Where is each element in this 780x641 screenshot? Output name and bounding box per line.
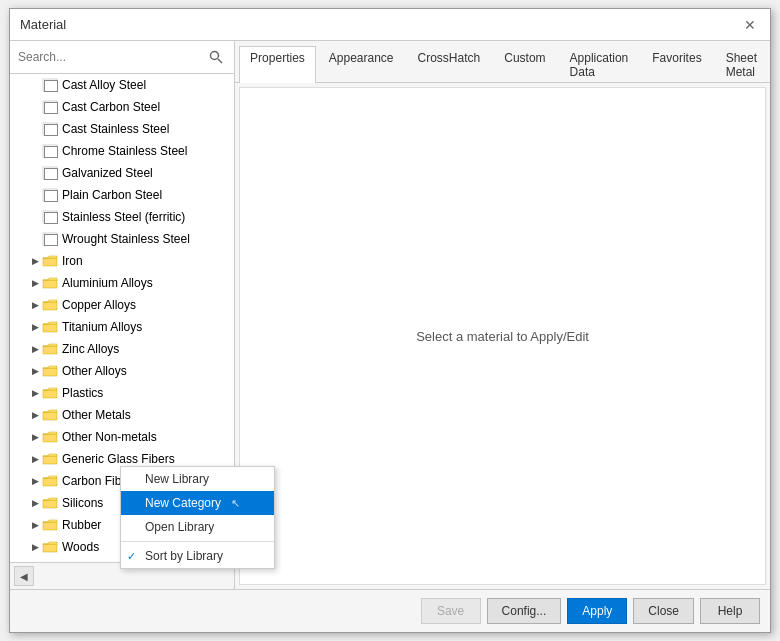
- search-icon: [206, 47, 226, 67]
- tree-item-label: Stainless Steel (ferritic): [62, 210, 185, 224]
- material-icon: [42, 210, 58, 224]
- tree-item-label: Galvanized Steel: [62, 166, 153, 180]
- expand-arrow-rubber: ▶: [28, 518, 42, 532]
- folder-icon: [42, 320, 58, 334]
- bottom-bar: Save Config... Apply Close Help: [10, 589, 770, 632]
- folder-icon: [42, 452, 58, 466]
- tree-item-plastics[interactable]: ▶ Plastics: [10, 382, 234, 404]
- tree-item-label: Cast Stainless Steel: [62, 122, 169, 136]
- tree-item-aluminium[interactable]: ▶ Aluminium Alloys: [10, 272, 234, 294]
- left-panel: Cast Alloy Steel Cast Carbon Steel: [10, 41, 235, 589]
- right-panel: Properties Appearance CrossHatch Custom …: [235, 41, 770, 589]
- tree-item-plain-carbon[interactable]: Plain Carbon Steel: [10, 184, 234, 206]
- apply-button[interactable]: Apply: [567, 598, 627, 624]
- tree-item-other-metals[interactable]: ▶ Other Metals: [10, 404, 234, 426]
- svg-rect-38: [43, 211, 57, 223]
- tree-item-label: Aluminium Alloys: [62, 276, 153, 290]
- search-bar: [10, 41, 234, 74]
- folder-icon: [42, 430, 58, 444]
- config-button[interactable]: Config...: [487, 598, 562, 624]
- svg-rect-44: [43, 233, 57, 245]
- expand-arrow-zinc: ▶: [28, 342, 42, 356]
- expand-arrow-titanium: ▶: [28, 320, 42, 334]
- close-button[interactable]: Close: [633, 598, 694, 624]
- folder-icon: [42, 276, 58, 290]
- tree-item-wrought[interactable]: Wrought Stainless Steel: [10, 228, 234, 250]
- sort-by-library-label: Sort by Library: [145, 549, 223, 563]
- save-button[interactable]: Save: [421, 598, 481, 624]
- tree-item-zinc[interactable]: ▶ Zinc Alloys: [10, 338, 234, 360]
- tree-item-label: Plastics: [62, 386, 103, 400]
- tree-item-copper[interactable]: ▶ Copper Alloys: [10, 294, 234, 316]
- context-menu-new-category[interactable]: New Category ↖: [121, 491, 274, 515]
- tree-item-other-nonmetals[interactable]: ▶ Other Non-metals: [10, 426, 234, 448]
- svg-line-1: [218, 59, 222, 63]
- svg-rect-8: [43, 101, 57, 113]
- tab-sheet-metal[interactable]: Sheet Metal: [715, 46, 768, 83]
- tree-item-label: Other Non-metals: [62, 430, 157, 444]
- material-icon: [42, 122, 58, 136]
- tab-properties[interactable]: Properties: [239, 46, 316, 83]
- expand-arrow-other-metals: ▶: [28, 408, 42, 422]
- tree-item-cast-stainless-steel[interactable]: Cast Stainless Steel: [10, 118, 234, 140]
- search-input[interactable]: [18, 50, 202, 64]
- tree-item-galvanized[interactable]: Galvanized Steel: [10, 162, 234, 184]
- check-icon: ✓: [127, 550, 136, 563]
- close-icon[interactable]: ✕: [740, 15, 760, 35]
- tab-custom[interactable]: Custom: [493, 46, 556, 83]
- folder-icon: [42, 254, 58, 268]
- svg-rect-14: [43, 123, 57, 135]
- new-library-label: New Library: [145, 472, 209, 486]
- dialog-title: Material: [20, 17, 66, 32]
- tree-item-label: Silicons: [62, 496, 103, 510]
- context-menu-open-library[interactable]: Open Library: [121, 515, 274, 539]
- title-bar: Material ✕: [10, 9, 770, 41]
- tab-appearance[interactable]: Appearance: [318, 46, 405, 83]
- context-menu: New Library New Category ↖ Open Library …: [120, 466, 275, 569]
- tabs-bar: Properties Appearance CrossHatch Custom …: [235, 41, 770, 83]
- folder-icon: [42, 540, 58, 554]
- folder-icon: [42, 474, 58, 488]
- tree-item-label: Zinc Alloys: [62, 342, 119, 356]
- folder-icon: [42, 298, 58, 312]
- context-menu-new-library[interactable]: New Library: [121, 467, 274, 491]
- tree-item-cast-carbon-steel[interactable]: Cast Carbon Steel: [10, 96, 234, 118]
- svg-rect-26: [43, 167, 57, 179]
- tree-item-cast-alloy-steel[interactable]: Cast Alloy Steel: [10, 74, 234, 96]
- expand-arrow-aluminium: ▶: [28, 276, 42, 290]
- cursor-indicator: ↖: [231, 497, 240, 510]
- tree-item-iron[interactable]: ▶ Iron: [10, 250, 234, 272]
- tree-item-label: Copper Alloys: [62, 298, 136, 312]
- nav-back-button[interactable]: ◀: [14, 566, 34, 586]
- expand-arrow-plastics: ▶: [28, 386, 42, 400]
- expand-arrow-copper: ▶: [28, 298, 42, 312]
- tree-item-chrome-stainless[interactable]: Chrome Stainless Steel: [10, 140, 234, 162]
- tree-item-label: Woods: [62, 540, 99, 554]
- expand-arrow-carbon: ▶: [28, 474, 42, 488]
- svg-point-0: [211, 52, 219, 60]
- svg-rect-20: [43, 145, 57, 157]
- material-icon: [42, 144, 58, 158]
- content-area: Cast Alloy Steel Cast Carbon Steel: [10, 41, 770, 589]
- tree-item-label: Cast Carbon Steel: [62, 100, 160, 114]
- expand-arrow-silicons: ▶: [28, 496, 42, 510]
- folder-icon: [42, 496, 58, 510]
- main-message: Select a material to Apply/Edit: [416, 329, 589, 344]
- tab-crosshatch[interactable]: CrossHatch: [407, 46, 492, 83]
- tab-favorites[interactable]: Favorites: [641, 46, 712, 83]
- tree-item-label: Wrought Stainless Steel: [62, 232, 190, 246]
- tree-item-titanium[interactable]: ▶ Titanium Alloys: [10, 316, 234, 338]
- tab-application-data[interactable]: Application Data: [559, 46, 640, 83]
- right-content-area: Select a material to Apply/Edit: [239, 87, 766, 585]
- expand-arrow-other-nonmetals: ▶: [28, 430, 42, 444]
- help-button[interactable]: Help: [700, 598, 760, 624]
- material-icon: [42, 166, 58, 180]
- tree-item-label: Rubber: [62, 518, 101, 532]
- tree-item-other-alloys[interactable]: ▶ Other Alloys: [10, 360, 234, 382]
- folder-icon: [42, 386, 58, 400]
- context-menu-sort-by-library[interactable]: ✓ Sort by Library: [121, 544, 274, 568]
- material-icon: [42, 232, 58, 246]
- tree-item-label: Plain Carbon Steel: [62, 188, 162, 202]
- tree-item-label: Iron: [62, 254, 83, 268]
- tree-item-stainless-ferritic[interactable]: Stainless Steel (ferritic): [10, 206, 234, 228]
